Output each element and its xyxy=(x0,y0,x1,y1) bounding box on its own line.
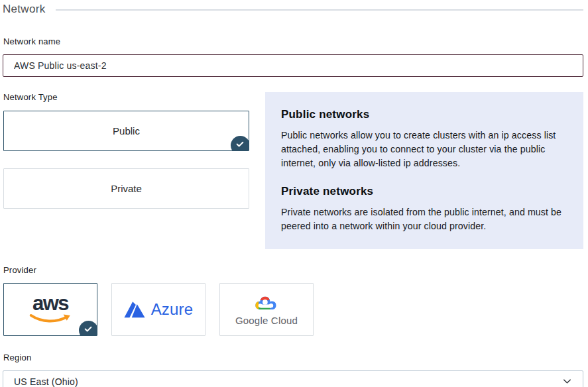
section-header: Network xyxy=(3,3,583,16)
public-option-label: Public xyxy=(113,125,140,137)
provider-option-azure[interactable]: Azure xyxy=(111,283,206,336)
region-label: Region xyxy=(3,353,583,362)
network-type-column: Network Type Public Private xyxy=(3,92,249,249)
aws-smile-icon xyxy=(29,313,72,323)
network-name-label: Network name xyxy=(3,36,583,46)
private-networks-description: Private networks are isolated from the p… xyxy=(281,205,566,233)
provider-label: Provider xyxy=(3,265,583,275)
check-icon xyxy=(235,139,245,148)
section-divider xyxy=(56,9,583,11)
chevron-down-icon xyxy=(562,376,572,386)
selected-check-badge xyxy=(231,136,249,151)
network-info-panel: Public networks Public networks allow yo… xyxy=(265,92,583,249)
network-type-row: Network Type Public Private Public netwo… xyxy=(3,92,583,249)
region-selected-value: US East (Ohio) xyxy=(14,376,78,387)
private-networks-heading: Private networks xyxy=(281,185,566,198)
check-icon xyxy=(84,324,93,333)
section-title: Network xyxy=(3,3,45,16)
network-type-option-private[interactable]: Private xyxy=(3,168,249,209)
network-type-label: Network Type xyxy=(3,92,249,102)
provider-option-aws[interactable]: aws xyxy=(3,283,97,336)
azure-logo-text: Azure xyxy=(151,300,194,319)
private-option-label: Private xyxy=(111,183,142,194)
azure-logo: Azure xyxy=(124,300,194,319)
network-form: Network Network name Network Type Public… xyxy=(0,0,588,387)
azure-triangle-icon xyxy=(124,300,145,319)
network-name-input[interactable] xyxy=(3,54,583,77)
provider-option-google[interactable]: Google Cloud xyxy=(219,283,314,336)
aws-logo: aws xyxy=(29,294,72,323)
google-cloud-logo: Google Cloud xyxy=(235,294,298,326)
network-type-option-public[interactable]: Public xyxy=(3,111,249,151)
provider-cards: aws Azure xyxy=(3,283,583,336)
google-cloud-icon xyxy=(253,294,280,313)
google-cloud-logo-text: Google Cloud xyxy=(235,315,298,326)
aws-logo-text: aws xyxy=(32,294,68,313)
selected-check-badge xyxy=(79,321,97,336)
public-networks-description: Public networks allow you to create clus… xyxy=(281,129,566,170)
region-select[interactable]: US East (Ohio) xyxy=(3,370,583,387)
public-networks-heading: Public networks xyxy=(281,108,566,121)
